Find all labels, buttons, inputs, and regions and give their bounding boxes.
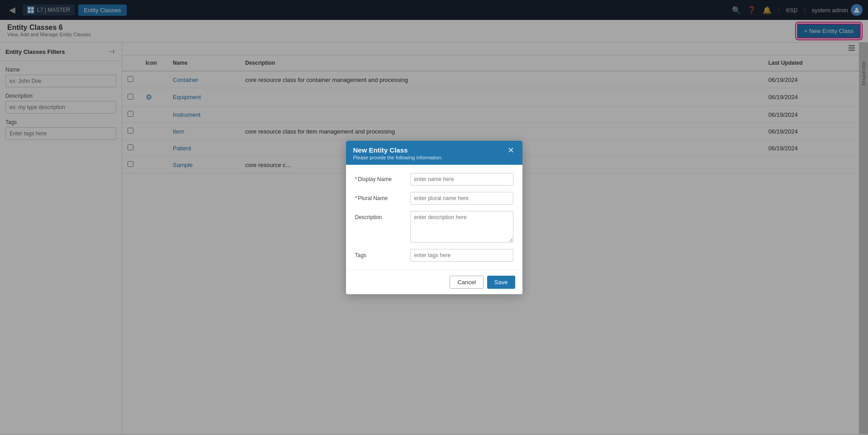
modal-overlay[interactable]: New Entity Class Please provide the foll… [0, 0, 868, 434]
modal-body: *Display Name *Plural Name Description T… [346, 165, 522, 270]
tags-field: Tags [355, 249, 513, 262]
description-field: Description [355, 211, 513, 243]
cancel-button[interactable]: Cancel [450, 276, 483, 289]
modal-title: New Entity Class [353, 146, 443, 154]
description-label: Description [355, 211, 405, 220]
save-button[interactable]: Save [487, 276, 515, 289]
modal-header: New Entity Class Please provide the foll… [346, 141, 522, 165]
display-name-field: *Display Name [355, 173, 513, 186]
plural-name-field: *Plural Name [355, 192, 513, 205]
modal-subtitle: Please provide the following information… [353, 155, 443, 160]
modal-close-button[interactable]: ✕ [507, 146, 515, 154]
modal-footer: Cancel Save [346, 270, 522, 294]
plural-name-input[interactable] [410, 192, 513, 205]
display-name-input[interactable] [410, 173, 513, 186]
plural-name-label: *Plural Name [355, 192, 405, 201]
new-entity-class-modal: New Entity Class Please provide the foll… [346, 141, 522, 294]
tags-input[interactable] [410, 249, 513, 262]
tags-label: Tags [355, 249, 405, 258]
display-name-label: *Display Name [355, 173, 405, 182]
modal-header-title: New Entity Class Please provide the foll… [353, 146, 443, 160]
description-input[interactable] [410, 211, 513, 243]
